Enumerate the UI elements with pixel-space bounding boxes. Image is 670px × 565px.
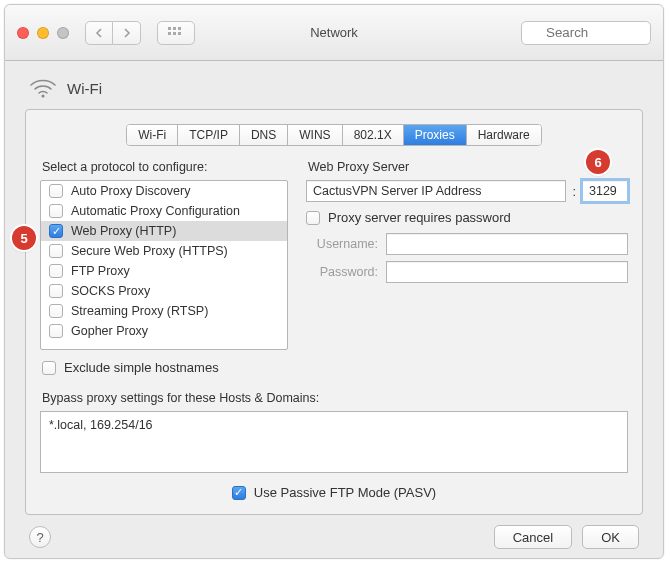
protocol-row[interactable]: Web Proxy (HTTP) bbox=[41, 221, 287, 241]
help-button[interactable]: ? bbox=[29, 526, 51, 548]
zoom-window-button[interactable] bbox=[57, 27, 69, 39]
left-column: Select a protocol to configure: Auto Pro… bbox=[40, 158, 288, 385]
proxy-server-input[interactable] bbox=[306, 180, 566, 202]
protocol-label: SOCKS Proxy bbox=[71, 284, 150, 298]
network-window: Network Wi-Fi Wi-Fi TCP/IP bbox=[4, 4, 664, 559]
content: Wi-Fi Wi-Fi TCP/IP DNS WINS 802.1X Proxi… bbox=[5, 61, 663, 563]
requires-password-checkbox[interactable] bbox=[306, 211, 320, 225]
username-label: Username: bbox=[306, 237, 378, 251]
protocol-row[interactable]: FTP Proxy bbox=[41, 261, 287, 281]
footer: ? Cancel OK bbox=[25, 515, 643, 549]
protocol-row[interactable]: Gopher Proxy bbox=[41, 321, 287, 341]
username-row: Username: bbox=[306, 233, 628, 255]
ok-button[interactable]: OK bbox=[582, 525, 639, 549]
right-column: Web Proxy Server : Proxy server requires… bbox=[306, 158, 628, 289]
protocol-label: Streaming Proxy (RTSP) bbox=[71, 304, 208, 318]
sheet: Wi-Fi TCP/IP DNS WINS 802.1X Proxies Har… bbox=[25, 109, 643, 515]
interface-name: Wi-Fi bbox=[67, 80, 102, 97]
protocol-label: Web Proxy (HTTP) bbox=[71, 224, 176, 238]
checkbox[interactable] bbox=[49, 324, 63, 338]
protocol-row[interactable]: Automatic Proxy Configuration bbox=[41, 201, 287, 221]
tab-wins[interactable]: WINS bbox=[288, 125, 342, 145]
forward-button[interactable] bbox=[113, 21, 141, 45]
requires-password-label: Proxy server requires password bbox=[328, 210, 511, 225]
tab-dns[interactable]: DNS bbox=[240, 125, 288, 145]
columns: Select a protocol to configure: Auto Pro… bbox=[40, 158, 628, 385]
search-wrap bbox=[521, 21, 651, 45]
checkbox[interactable] bbox=[49, 184, 63, 198]
bypass-textarea[interactable]: *.local, 169.254/16 bbox=[40, 411, 628, 473]
tab-proxies[interactable]: Proxies bbox=[404, 125, 467, 145]
bypass-label: Bypass proxy settings for these Hosts & … bbox=[42, 391, 628, 405]
username-input bbox=[386, 233, 628, 255]
checkbox[interactable] bbox=[49, 304, 63, 318]
server-label: Web Proxy Server bbox=[308, 160, 628, 174]
window-controls bbox=[17, 27, 69, 39]
protocol-row[interactable]: SOCKS Proxy bbox=[41, 281, 287, 301]
callout-5: 5 bbox=[12, 226, 36, 250]
titlebar: Network bbox=[5, 5, 663, 61]
tab-wifi[interactable]: Wi-Fi bbox=[127, 125, 178, 145]
show-all-button[interactable] bbox=[157, 21, 195, 45]
protocol-row[interactable]: Streaming Proxy (RTSP) bbox=[41, 301, 287, 321]
protocol-row[interactable]: Secure Web Proxy (HTTPS) bbox=[41, 241, 287, 261]
protocol-label: Secure Web Proxy (HTTPS) bbox=[71, 244, 228, 258]
pasv-row: Use Passive FTP Mode (PASV) bbox=[40, 485, 628, 500]
protocol-row[interactable]: Auto Proxy Discovery bbox=[41, 181, 287, 201]
exclude-hostnames-row: Exclude simple hostnames bbox=[42, 360, 288, 375]
password-input bbox=[386, 261, 628, 283]
tab-tcpip[interactable]: TCP/IP bbox=[178, 125, 240, 145]
pasv-label: Use Passive FTP Mode (PASV) bbox=[254, 485, 436, 500]
svg-rect-5 bbox=[178, 32, 181, 35]
checkbox[interactable] bbox=[49, 204, 63, 218]
tab-hardware[interactable]: Hardware bbox=[467, 125, 541, 145]
callout-6: 6 bbox=[586, 150, 610, 174]
checkbox[interactable] bbox=[49, 284, 63, 298]
proxy-port-input[interactable] bbox=[582, 180, 628, 202]
minimize-window-button[interactable] bbox=[37, 27, 49, 39]
svg-rect-2 bbox=[178, 27, 181, 30]
svg-rect-0 bbox=[168, 27, 171, 30]
password-label: Password: bbox=[306, 265, 378, 279]
pasv-checkbox[interactable] bbox=[232, 486, 246, 500]
protocol-label: Gopher Proxy bbox=[71, 324, 148, 338]
svg-rect-1 bbox=[173, 27, 176, 30]
exclude-label: Exclude simple hostnames bbox=[64, 360, 219, 375]
tab-8021x[interactable]: 802.1X bbox=[343, 125, 404, 145]
tab-strip: Wi-Fi TCP/IP DNS WINS 802.1X Proxies Har… bbox=[40, 124, 628, 146]
close-window-button[interactable] bbox=[17, 27, 29, 39]
protocol-list[interactable]: Auto Proxy Discovery Automatic Proxy Con… bbox=[40, 180, 288, 350]
protocol-label: Automatic Proxy Configuration bbox=[71, 204, 240, 218]
checkbox[interactable] bbox=[49, 224, 63, 238]
tab-seg: Wi-Fi TCP/IP DNS WINS 802.1X Proxies Har… bbox=[126, 124, 541, 146]
protocol-label: Auto Proxy Discovery bbox=[71, 184, 190, 198]
protocols-label: Select a protocol to configure: bbox=[42, 160, 288, 174]
svg-rect-3 bbox=[168, 32, 171, 35]
sheet-header: Wi-Fi bbox=[25, 73, 643, 109]
protocol-label: FTP Proxy bbox=[71, 264, 130, 278]
back-button[interactable] bbox=[85, 21, 113, 45]
password-row: Password: bbox=[306, 261, 628, 283]
server-row: : bbox=[306, 180, 628, 202]
cancel-button[interactable]: Cancel bbox=[494, 525, 572, 549]
svg-rect-4 bbox=[173, 32, 176, 35]
colon: : bbox=[570, 184, 578, 199]
svg-point-8 bbox=[41, 94, 44, 97]
requires-password-row: Proxy server requires password bbox=[306, 210, 628, 225]
nav-buttons bbox=[85, 21, 141, 45]
exclude-checkbox[interactable] bbox=[42, 361, 56, 375]
search-input[interactable] bbox=[521, 21, 651, 45]
checkbox[interactable] bbox=[49, 264, 63, 278]
checkbox[interactable] bbox=[49, 244, 63, 258]
wifi-icon bbox=[29, 77, 57, 99]
